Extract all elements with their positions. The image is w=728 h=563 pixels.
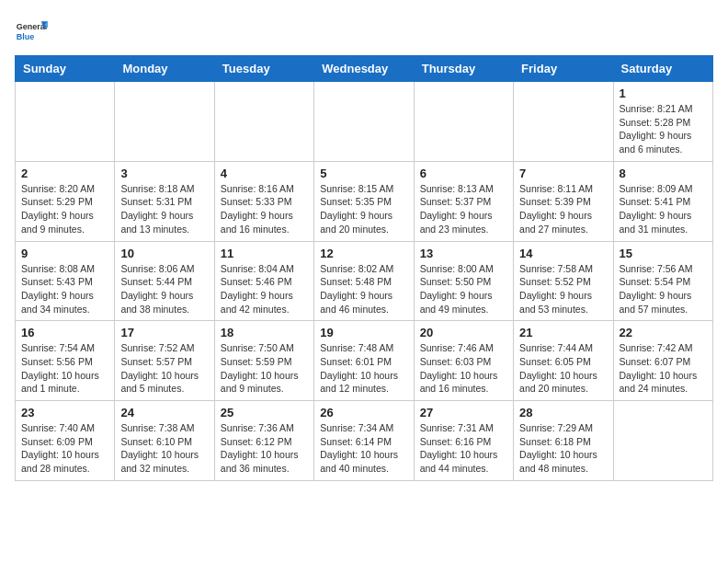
day-number: 2 — [21, 167, 108, 180]
calendar-cell: 12Sunrise: 8:02 AM Sunset: 5:48 PM Dayli… — [314, 241, 414, 321]
day-info: Sunrise: 8:21 AM Sunset: 5:28 PM Dayligh… — [620, 102, 707, 156]
calendar-cell — [613, 401, 712, 481]
day-info: Sunrise: 7:44 AM Sunset: 6:05 PM Dayligh… — [519, 341, 607, 396]
calendar-week-1: 1Sunrise: 8:21 AM Sunset: 5:28 PM Daylig… — [16, 82, 713, 162]
day-info: Sunrise: 7:58 AM Sunset: 5:52 PM Dayligh… — [519, 262, 607, 316]
calendar-cell: 26Sunrise: 7:34 AM Sunset: 6:14 PM Dayli… — [314, 401, 414, 481]
day-info: Sunrise: 8:09 AM Sunset: 5:41 PM Dayligh… — [620, 182, 707, 236]
calendar-cell: 14Sunrise: 7:58 AM Sunset: 5:52 PM Dayli… — [514, 241, 613, 321]
day-info: Sunrise: 8:08 AM Sunset: 5:43 PM Dayligh… — [21, 262, 108, 316]
weekday-header-monday: Monday — [115, 56, 214, 82]
day-info: Sunrise: 7:36 AM Sunset: 6:12 PM Dayligh… — [221, 421, 308, 476]
weekday-header-tuesday: Tuesday — [214, 56, 313, 82]
weekday-header-wednesday: Wednesday — [314, 56, 414, 82]
day-info: Sunrise: 7:52 AM Sunset: 5:57 PM Dayligh… — [120, 341, 208, 396]
day-number: 3 — [120, 167, 208, 180]
calendar-cell: 16Sunrise: 7:54 AM Sunset: 5:56 PM Dayli… — [16, 321, 115, 401]
day-number: 25 — [221, 406, 308, 419]
day-info: Sunrise: 7:40 AM Sunset: 6:09 PM Dayligh… — [21, 421, 108, 476]
calendar-cell: 25Sunrise: 7:36 AM Sunset: 6:12 PM Dayli… — [214, 401, 313, 481]
day-info: Sunrise: 7:34 AM Sunset: 6:14 PM Dayligh… — [320, 421, 407, 476]
day-info: Sunrise: 8:11 AM Sunset: 5:39 PM Dayligh… — [519, 182, 607, 236]
calendar-cell: 21Sunrise: 7:44 AM Sunset: 6:05 PM Dayli… — [514, 321, 613, 401]
day-number: 23 — [21, 406, 108, 419]
day-info: Sunrise: 7:56 AM Sunset: 5:54 PM Dayligh… — [620, 262, 707, 316]
calendar-cell — [214, 82, 313, 162]
calendar-week-4: 16Sunrise: 7:54 AM Sunset: 5:56 PM Dayli… — [16, 321, 713, 401]
calendar-cell: 18Sunrise: 7:50 AM Sunset: 5:59 PM Dayli… — [214, 321, 313, 401]
calendar-cell: 4Sunrise: 8:16 AM Sunset: 5:33 PM Daylig… — [214, 161, 313, 241]
calendar-cell — [414, 82, 513, 162]
day-number: 18 — [221, 326, 308, 339]
weekday-header-saturday: Saturday — [613, 56, 712, 82]
day-number: 26 — [320, 406, 407, 419]
day-number: 8 — [620, 167, 707, 180]
calendar-cell: 3Sunrise: 8:18 AM Sunset: 5:31 PM Daylig… — [115, 161, 214, 241]
day-number: 22 — [620, 326, 707, 339]
calendar-cell: 9Sunrise: 8:08 AM Sunset: 5:43 PM Daylig… — [16, 241, 115, 321]
day-number: 12 — [320, 247, 407, 260]
calendar-cell: 6Sunrise: 8:13 AM Sunset: 5:37 PM Daylig… — [414, 161, 513, 241]
calendar-header-row: SundayMondayTuesdayWednesdayThursdayFrid… — [16, 56, 713, 82]
weekday-header-thursday: Thursday — [414, 56, 513, 82]
day-info: Sunrise: 8:16 AM Sunset: 5:33 PM Dayligh… — [221, 182, 308, 236]
calendar-week-5: 23Sunrise: 7:40 AM Sunset: 6:09 PM Dayli… — [16, 401, 713, 481]
calendar-cell: 2Sunrise: 8:20 AM Sunset: 5:29 PM Daylig… — [16, 161, 115, 241]
day-info: Sunrise: 7:46 AM Sunset: 6:03 PM Dayligh… — [420, 341, 507, 396]
day-info: Sunrise: 8:06 AM Sunset: 5:44 PM Dayligh… — [120, 262, 208, 316]
day-number: 24 — [120, 406, 208, 419]
calendar-cell — [16, 82, 115, 162]
calendar-week-2: 2Sunrise: 8:20 AM Sunset: 5:29 PM Daylig… — [16, 161, 713, 241]
calendar-cell: 20Sunrise: 7:46 AM Sunset: 6:03 PM Dayli… — [414, 321, 513, 401]
day-info: Sunrise: 7:54 AM Sunset: 5:56 PM Dayligh… — [21, 341, 108, 396]
calendar-cell: 11Sunrise: 8:04 AM Sunset: 5:46 PM Dayli… — [214, 241, 313, 321]
logo: General Blue — [15, 15, 48, 48]
calendar-cell: 1Sunrise: 8:21 AM Sunset: 5:28 PM Daylig… — [613, 82, 712, 162]
svg-text:Blue: Blue — [17, 32, 35, 41]
calendar-cell: 27Sunrise: 7:31 AM Sunset: 6:16 PM Dayli… — [414, 401, 513, 481]
day-info: Sunrise: 8:13 AM Sunset: 5:37 PM Dayligh… — [420, 182, 507, 236]
day-info: Sunrise: 8:15 AM Sunset: 5:35 PM Dayligh… — [320, 182, 407, 236]
day-number: 9 — [21, 247, 108, 260]
calendar-cell: 17Sunrise: 7:52 AM Sunset: 5:57 PM Dayli… — [115, 321, 214, 401]
calendar-cell — [514, 82, 613, 162]
calendar-cell: 7Sunrise: 8:11 AM Sunset: 5:39 PM Daylig… — [514, 161, 613, 241]
day-number: 20 — [420, 326, 507, 339]
calendar-table: SundayMondayTuesdayWednesdayThursdayFrid… — [15, 55, 713, 481]
calendar-cell: 23Sunrise: 7:40 AM Sunset: 6:09 PM Dayli… — [16, 401, 115, 481]
day-info: Sunrise: 8:02 AM Sunset: 5:48 PM Dayligh… — [320, 262, 407, 316]
day-info: Sunrise: 7:31 AM Sunset: 6:16 PM Dayligh… — [420, 421, 507, 476]
day-info: Sunrise: 8:18 AM Sunset: 5:31 PM Dayligh… — [120, 182, 208, 236]
day-number: 21 — [519, 326, 607, 339]
day-number: 27 — [420, 406, 507, 419]
calendar-cell: 28Sunrise: 7:29 AM Sunset: 6:18 PM Dayli… — [514, 401, 613, 481]
day-info: Sunrise: 8:04 AM Sunset: 5:46 PM Dayligh… — [221, 262, 308, 316]
day-number: 4 — [221, 167, 308, 180]
day-number: 5 — [320, 167, 407, 180]
day-number: 7 — [519, 167, 607, 180]
weekday-header-sunday: Sunday — [16, 56, 115, 82]
day-number: 19 — [320, 326, 407, 339]
day-number: 17 — [120, 326, 208, 339]
calendar-cell: 19Sunrise: 7:48 AM Sunset: 6:01 PM Dayli… — [314, 321, 414, 401]
day-number: 14 — [519, 247, 607, 260]
day-number: 10 — [120, 247, 208, 260]
day-number: 28 — [519, 406, 607, 419]
day-number: 16 — [21, 326, 108, 339]
calendar-cell: 13Sunrise: 8:00 AM Sunset: 5:50 PM Dayli… — [414, 241, 513, 321]
calendar-cell: 8Sunrise: 8:09 AM Sunset: 5:41 PM Daylig… — [613, 161, 712, 241]
day-number: 13 — [420, 247, 507, 260]
weekday-header-friday: Friday — [514, 56, 613, 82]
day-number: 15 — [620, 247, 707, 260]
calendar-cell — [115, 82, 214, 162]
logo-icon: General Blue — [15, 15, 48, 48]
day-info: Sunrise: 7:48 AM Sunset: 6:01 PM Dayligh… — [320, 341, 407, 396]
calendar-cell: 22Sunrise: 7:42 AM Sunset: 6:07 PM Dayli… — [613, 321, 712, 401]
day-info: Sunrise: 8:00 AM Sunset: 5:50 PM Dayligh… — [420, 262, 507, 316]
calendar-cell: 10Sunrise: 8:06 AM Sunset: 5:44 PM Dayli… — [115, 241, 214, 321]
day-info: Sunrise: 7:38 AM Sunset: 6:10 PM Dayligh… — [120, 421, 208, 476]
day-number: 1 — [620, 86, 707, 100]
day-number: 11 — [221, 247, 308, 260]
day-info: Sunrise: 7:29 AM Sunset: 6:18 PM Dayligh… — [519, 421, 607, 476]
calendar-cell: 15Sunrise: 7:56 AM Sunset: 5:54 PM Dayli… — [613, 241, 712, 321]
